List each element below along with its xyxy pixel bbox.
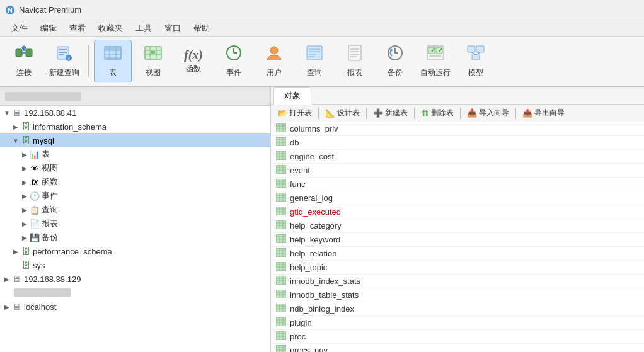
svg-rect-51 xyxy=(472,55,480,60)
menu-item-收藏夹[interactable]: 收藏夹 xyxy=(92,21,129,35)
toolbar-button-view[interactable]: 视图 xyxy=(134,40,172,82)
table-row[interactable]: innodb_table_stats xyxy=(271,288,644,302)
table-row[interactable]: engine_cost xyxy=(271,150,644,164)
svg-marker-42 xyxy=(390,48,393,51)
table-row[interactable]: ndb_binlog_index xyxy=(271,302,644,316)
arrow-icon-backup: ▶ xyxy=(20,234,29,241)
connection-label-38-129: 192.168.38.129 xyxy=(24,275,81,284)
table-row[interactable]: help_relation xyxy=(271,247,644,261)
delete-table-button[interactable]: 🗑 删除表 xyxy=(417,106,457,120)
table-name-proc: proc xyxy=(290,332,306,341)
menu-item-工具[interactable]: 工具 xyxy=(129,21,158,35)
mysql-child-tables[interactable]: ▶ 📊 表 xyxy=(0,147,270,161)
table-row[interactable]: proc xyxy=(271,330,644,344)
arrow-icon-info: ▶ xyxy=(11,123,20,130)
table-name-engine_cost: engine_cost xyxy=(290,152,334,161)
table-row[interactable]: help_keyword xyxy=(271,233,644,247)
table-row[interactable]: gtid_executed xyxy=(271,205,644,219)
view-icon xyxy=(144,44,163,65)
table-icon-general_log xyxy=(276,193,286,203)
design-table-button[interactable]: 📐 设计表 xyxy=(321,106,364,120)
db-label-sys: sys xyxy=(33,261,45,270)
toolbar-button-connect[interactable]: 连接 xyxy=(5,40,43,82)
toolbar-button-event[interactable]: 事件 xyxy=(215,40,253,82)
tab-objects[interactable]: 对象 xyxy=(273,87,311,105)
toolbar-button-query[interactable]: 查询 xyxy=(296,40,333,82)
obj-sep-2 xyxy=(366,108,367,119)
table-icon-plugin xyxy=(276,317,286,328)
table-name-func: func xyxy=(290,179,306,189)
table-row[interactable]: help_topic xyxy=(271,261,644,275)
table-icon-event xyxy=(276,165,286,176)
toolbar-divider-1 xyxy=(88,45,89,77)
table-icon-columns_priv xyxy=(276,123,286,134)
db-label-info: information_schema xyxy=(33,122,106,132)
table-row[interactable]: plugin xyxy=(271,316,644,330)
query-label: 查询 xyxy=(307,67,322,78)
connection-item-localhost[interactable]: ▶ 🖥 localhost xyxy=(0,300,270,314)
mysql-child-functions[interactable]: ▶ fx 函数 xyxy=(0,175,270,189)
table-row[interactable]: func xyxy=(271,178,644,191)
import-wizard-icon: 📥 xyxy=(467,108,477,118)
backup-folder-icon: 💾 xyxy=(29,233,40,242)
main-layout: ▼ 🖥 192.168.38.41 ▶ 🗄 information_schema… xyxy=(0,87,644,352)
toolbar-button-model[interactable]: 模型 xyxy=(457,40,495,82)
toolbar-button-user[interactable]: 用户 xyxy=(255,40,293,82)
table-row[interactable]: general_log xyxy=(271,191,644,205)
export-wizard-button[interactable]: 📤 导出向导 xyxy=(519,106,568,120)
backup-label: 备份 xyxy=(388,67,403,78)
table-row[interactable]: procs_priv xyxy=(271,344,644,352)
svg-rect-26 xyxy=(151,51,155,54)
open-table-button[interactable]: 📂 打开表 xyxy=(273,106,316,120)
arrow-icon-views: ▶ xyxy=(20,165,29,172)
content-area: 对象 📂 打开表 📐 设计表 ➕ 新建表 🗑 删除表 xyxy=(271,87,644,352)
export-wizard-label: 导出向导 xyxy=(534,108,565,118)
menu-item-文件[interactable]: 文件 xyxy=(5,21,34,35)
toolbar-button-function[interactable]: f(x)函数 xyxy=(175,40,212,82)
menu-item-帮助[interactable]: 帮助 xyxy=(187,21,216,35)
menu-item-窗口[interactable]: 窗口 xyxy=(158,21,187,35)
table-name-help_topic: help_topic xyxy=(290,263,327,272)
toolbar-button-new-query[interactable]: + 新建查询 xyxy=(45,40,83,82)
function-label: 函数 xyxy=(186,64,201,74)
mysql-child-events[interactable]: ▶ 🕐 事件 xyxy=(0,189,270,203)
obj-sep-3 xyxy=(414,108,415,119)
table-row[interactable]: innodb_index_stats xyxy=(271,275,644,288)
db-item-mysql[interactable]: ▼ 🗄 mysql xyxy=(0,133,270,147)
connection-label-38-41: 192.168.38.41 xyxy=(24,108,76,118)
svg-rect-119 xyxy=(276,304,286,312)
menu-item-查看[interactable]: 查看 xyxy=(63,21,92,35)
report-icon xyxy=(345,44,364,65)
delete-table-label: 删除表 xyxy=(431,108,454,118)
new-table-button[interactable]: ➕ 新建表 xyxy=(369,106,411,120)
mysql-child-reports[interactable]: ▶ 📄 报表 xyxy=(0,217,270,230)
db-item-info-schema[interactable]: ▶ 🗄 information_schema xyxy=(0,120,270,133)
svg-rect-89 xyxy=(276,220,286,229)
table-row[interactable]: help_category xyxy=(271,219,644,233)
connection-item-38-41[interactable]: ▼ 🖥 192.168.38.41 xyxy=(0,106,270,120)
table-icon-func xyxy=(276,179,286,190)
mysql-child-views[interactable]: ▶ 👁 视图 xyxy=(0,161,270,175)
toolbar-button-backup[interactable]: 备份 xyxy=(376,40,414,82)
toolbar-button-report[interactable]: 报表 xyxy=(336,40,374,82)
import-wizard-button[interactable]: 📥 导入向导 xyxy=(463,106,513,120)
tab-bar: 对象 xyxy=(271,87,644,105)
svg-rect-74 xyxy=(276,179,286,188)
mysql-child-queries[interactable]: ▶ 📋 查询 xyxy=(0,203,270,217)
svg-rect-69 xyxy=(276,165,286,174)
table-row[interactable]: event xyxy=(271,164,644,178)
mysql-child-backup[interactable]: ▶ 💾 备份 xyxy=(0,230,270,244)
svg-rect-114 xyxy=(276,290,286,298)
toolbar-button-table[interactable]: 表 xyxy=(94,40,132,82)
svg-text:N: N xyxy=(8,7,12,14)
table-row[interactable]: columns_priv xyxy=(271,122,644,136)
table-row[interactable]: db xyxy=(271,136,644,150)
svg-rect-84 xyxy=(276,207,286,215)
connection-item-38-129[interactable]: ▶ 🖥 192.168.38.129 xyxy=(0,272,270,286)
db-item-sys[interactable]: 🗄 sys xyxy=(0,258,270,272)
db-item-perf[interactable]: ▶ 🗄 performance_schema xyxy=(0,244,270,258)
toolbar-button-auto-run[interactable]: ✓ ✓ ✓ 自动运行 xyxy=(417,40,454,82)
svg-point-5 xyxy=(23,52,25,54)
menu-item-编辑[interactable]: 编辑 xyxy=(34,21,63,35)
db-icon-info: 🗄 xyxy=(20,122,32,132)
